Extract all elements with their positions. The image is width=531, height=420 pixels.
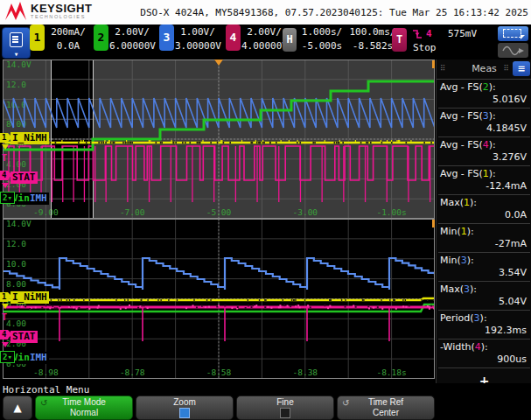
ch1-ground-marker-main[interactable]: 1 (0, 133, 8, 143)
trace-label-vinimh-zoom: VinIMH (10, 352, 49, 364)
measurement-row[interactable]: Min(1):-27mA (438, 224, 530, 253)
channel-1-button[interactable]: 1 (30, 24, 45, 51)
measurements-menu-button[interactable]: ≡ (513, 61, 530, 76)
measurement-row[interactable]: Max(1):0.0A (438, 195, 530, 224)
main-menu-button[interactable]: ▼ (2, 27, 31, 59)
menu-list-icon (10, 32, 23, 47)
ch4-offscreen-arrow-zoom (2, 342, 9, 347)
channel-3-readout: 1.00V/3.00000V (175, 25, 220, 53)
acquisition-status: Stop (413, 42, 437, 53)
measurement-label: Min(3): (438, 253, 530, 266)
cycle-icon: ↺ (342, 398, 349, 408)
softkey-label: Fine (237, 396, 333, 408)
horizontal-button[interactable]: H (283, 28, 297, 52)
softkey-zoom[interactable]: Zoom (136, 396, 234, 420)
measurement-label: Min(1): (438, 224, 530, 237)
svg-text:-8.58: -8.58 (206, 368, 232, 377)
measurement-value: 5.016V (438, 93, 530, 105)
trigger-source: 4 (426, 28, 432, 39)
svg-text:-8.38: -8.38 (292, 368, 318, 377)
measurement-row[interactable]: Avg - FS(2):5.016V (438, 80, 530, 108)
measurement-label: Avg - FS(3): (438, 108, 530, 122)
channel-1-readout: 200mA/0.0A (45, 25, 91, 53)
waveform-tool-icon[interactable] (498, 43, 528, 58)
ch1-ground-marker-zoom[interactable]: 1 (0, 292, 8, 302)
ch2-ground-marker-main[interactable]: 2▾ (0, 192, 15, 204)
ch4-ground-marker-zoom[interactable]: 4 (0, 330, 8, 340)
right-edge-marker-zoom (432, 220, 435, 228)
measurement-label: Max(3): (438, 282, 530, 295)
measurement-value: 192.3ms (438, 324, 530, 336)
measurement-row[interactable]: Period(3):192.3ms (438, 311, 530, 340)
measurement-value: -12.4mA (438, 179, 530, 192)
right-edge-marker-main (432, 60, 435, 68)
measurements-header[interactable]: ⠿ Meas ⠿ ≡ (437, 60, 531, 80)
brand-subtitle: TECHNOLOGIES (31, 14, 92, 20)
softkey-fine[interactable]: Fine (236, 396, 334, 420)
trigger-level-marker-main[interactable]: T (2, 154, 7, 163)
measurement-value: 3.276V (438, 150, 530, 163)
channel-toolbar: ▼ 1200mA/0.0A22.00V/6.00000V31.00V/3.000… (0, 24, 531, 60)
checkbox-checked (179, 408, 190, 418)
measurement-row[interactable]: -Width(4):900us (438, 340, 530, 368)
zoom-waveform-panel[interactable]: 14.0V12.010.08.006.004.002.000.00-8.98-8… (3, 219, 435, 379)
svg-text:-9.00: -9.00 (33, 207, 59, 217)
keysight-logo: KEYSIGHT TECHNOLOGIES (4, 1, 92, 22)
trigger-falling-edge-icon (411, 28, 423, 40)
drag-handle-icon[interactable]: ⠿ (503, 64, 509, 73)
channel-3-button[interactable]: 3 (159, 24, 174, 51)
softkey-time-mode[interactable]: ↺Time ModeNormal (35, 396, 133, 420)
measurement-row[interactable]: Min(3):3.54V (438, 253, 530, 282)
time-reference-marker (214, 60, 223, 66)
svg-text:-8.98: -8.98 (33, 368, 59, 377)
softkey-value: Normal (36, 408, 132, 417)
zoom-select-icon[interactable] (498, 26, 528, 41)
channel-2-readout: 2.00V/6.00000V (109, 25, 155, 53)
measurement-value: 4.1845V (438, 122, 530, 134)
measurement-value: 0.0A (438, 208, 530, 220)
ch1-offscreen-arrow-main (2, 144, 9, 150)
trigger-level-marker-zoom[interactable]: T (2, 313, 7, 322)
svg-text:12.0: 12.0 (6, 239, 26, 248)
ch4-ground-marker-main[interactable]: 4 (0, 171, 8, 180)
channel-2-button[interactable]: 2 (94, 24, 108, 51)
svg-text:-5.00: -5.00 (206, 207, 232, 217)
measurement-value: -27mA (438, 237, 530, 249)
menu-up-button[interactable]: ▲ (3, 396, 32, 420)
svg-text:14.0V: 14.0V (6, 219, 31, 228)
trigger-level-readout: 575mV (448, 28, 477, 39)
measurement-row[interactable]: Avg - FS(3):4.1845V (438, 108, 530, 137)
svg-text:-8.18s: -8.18s (376, 368, 406, 377)
svg-text:10.0: 10.0 (6, 259, 26, 269)
softkey-time-ref[interactable]: ↺Time RefCenter (337, 396, 435, 420)
measurement-label: -Width(4): (438, 340, 530, 353)
oscilloscope-screen: KEYSIGHT TECHNOLOGIES DSO-X 4024A, MY584… (0, 0, 531, 420)
measurement-label: Period(3): (438, 311, 530, 324)
measurements-panel: ⠿ Meas ⠿ ≡ Avg - FS(2):5.016VAvg - FS(3)… (436, 60, 531, 384)
svg-text:-3.00: -3.00 (292, 207, 318, 217)
measurement-row[interactable]: Avg - FS(4):3.276V (438, 137, 530, 166)
svg-text:4.00: 4.00 (6, 318, 26, 328)
brand-name: KEYSIGHT (31, 3, 92, 14)
ch2-ground-marker-zoom[interactable]: 2▾ (0, 351, 15, 363)
measurement-label: Avg - FS(1): (438, 166, 530, 179)
softkey-menu-title: Horizontal Menu (3, 384, 89, 396)
measurement-row[interactable]: Max(3):5.04V (438, 282, 530, 311)
keysight-spark-icon (4, 1, 27, 22)
channel-4-button[interactable]: 4 (226, 24, 241, 51)
svg-text:14.0V: 14.0V (6, 60, 31, 69)
chevron-down-icon: ▼ (3, 51, 30, 57)
softkey-bar: Horizontal Menu ▲ ↺Time ModeNormalZoomFi… (0, 383, 531, 420)
trace-label-i-nimh-zoom: I_NiMH (10, 291, 49, 304)
channel-4-readout: 2.00V/4.00000V (241, 25, 287, 53)
main-waveform-panel[interactable]: 14.0V12.010.08.006.004.002.000.00-9.00-7… (3, 60, 435, 219)
cycle-icon: ↺ (40, 398, 47, 408)
measurement-row[interactable]: Avg - FS(1):-12.4mA (438, 166, 530, 195)
timebase-zoom-readout: 100.0ms/-8.582s (347, 25, 398, 53)
measurement-label: Max(1): (438, 195, 530, 208)
ch1-offscreen-arrow-zoom (2, 304, 9, 309)
svg-text:12.0: 12.0 (6, 80, 26, 89)
svg-text:-1.00s: -1.00s (376, 207, 406, 217)
trigger-button[interactable]: T (392, 28, 407, 52)
softkey-value: Center (338, 408, 434, 417)
